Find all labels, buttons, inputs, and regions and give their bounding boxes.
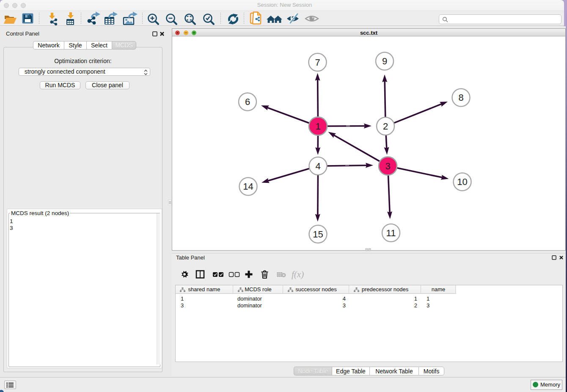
svg-text:14: 14 <box>243 181 253 192</box>
svg-text:15: 15 <box>313 229 323 240</box>
svg-text:4: 4 <box>315 161 320 171</box>
svg-text:11: 11 <box>386 228 396 238</box>
svg-text:8: 8 <box>458 92 463 103</box>
svg-text:1: 1 <box>315 121 320 132</box>
svg-text:3: 3 <box>385 161 390 171</box>
svg-text:6: 6 <box>245 97 250 107</box>
svg-text:7: 7 <box>315 57 320 68</box>
svg-text:2: 2 <box>383 121 388 132</box>
svg-text:9: 9 <box>382 56 387 66</box>
svg-text:10: 10 <box>457 177 467 187</box>
